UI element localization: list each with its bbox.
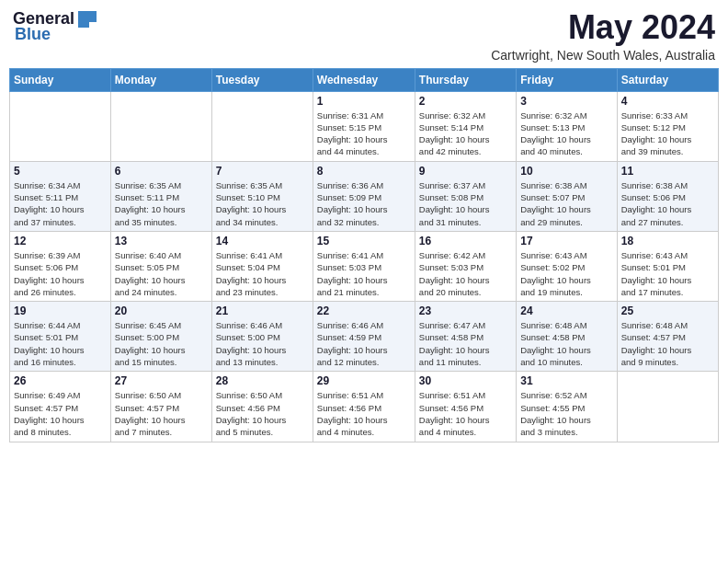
calendar-day-5: 5Sunrise: 6:34 AM Sunset: 5:11 PM Daylig… — [10, 161, 111, 231]
day-info: Sunrise: 6:41 AM Sunset: 5:03 PM Dayligh… — [317, 249, 411, 298]
calendar-day-17: 17Sunrise: 6:43 AM Sunset: 5:02 PM Dayli… — [517, 231, 617, 301]
calendar-day-23: 23Sunrise: 6:47 AM Sunset: 4:58 PM Dayli… — [415, 302, 516, 372]
day-info: Sunrise: 6:51 AM Sunset: 4:56 PM Dayligh… — [317, 389, 411, 438]
day-info: Sunrise: 6:32 AM Sunset: 5:14 PM Dayligh… — [419, 109, 512, 158]
day-number: 29 — [317, 374, 411, 387]
day-number: 12 — [14, 235, 107, 247]
day-info: Sunrise: 6:44 AM Sunset: 5:01 PM Dayligh… — [14, 319, 107, 368]
day-info: Sunrise: 6:48 AM Sunset: 4:57 PM Dayligh… — [621, 319, 714, 368]
day-info: Sunrise: 6:50 AM Sunset: 4:57 PM Dayligh… — [115, 389, 208, 438]
day-number: 15 — [317, 235, 411, 247]
day-info: Sunrise: 6:45 AM Sunset: 5:00 PM Dayligh… — [115, 319, 208, 368]
calendar-day-4: 4Sunrise: 6:33 AM Sunset: 5:12 PM Daylig… — [617, 91, 718, 161]
day-number: 1 — [317, 95, 411, 108]
calendar-day-27: 27Sunrise: 6:50 AM Sunset: 4:57 PM Dayli… — [110, 372, 211, 442]
calendar-day-10: 10Sunrise: 6:38 AM Sunset: 5:07 PM Dayli… — [517, 161, 617, 231]
days-header-row: SundayMondayTuesdayWednesdayThursdayFrid… — [10, 68, 719, 91]
calendar-day-20: 20Sunrise: 6:45 AM Sunset: 5:00 PM Dayli… — [110, 302, 211, 372]
day-number: 17 — [520, 235, 612, 247]
day-number: 31 — [520, 374, 612, 387]
location-text: Cartwright, New South Wales, Australia — [491, 48, 715, 63]
calendar-day-16: 16Sunrise: 6:42 AM Sunset: 5:03 PM Dayli… — [415, 231, 516, 301]
title-area: May 2024 Cartwright, New South Wales, Au… — [491, 9, 715, 63]
day-number: 27 — [115, 374, 208, 387]
calendar-day-14: 14Sunrise: 6:41 AM Sunset: 5:04 PM Dayli… — [211, 231, 313, 301]
svg-marker-1 — [78, 22, 89, 28]
calendar-day-6: 6Sunrise: 6:35 AM Sunset: 5:11 PM Daylig… — [110, 161, 211, 231]
calendar-day-12: 12Sunrise: 6:39 AM Sunset: 5:06 PM Dayli… — [10, 231, 111, 301]
calendar-day-24: 24Sunrise: 6:48 AM Sunset: 4:58 PM Dayli… — [517, 302, 617, 372]
calendar-day-2: 2Sunrise: 6:32 AM Sunset: 5:14 PM Daylig… — [415, 91, 516, 161]
day-number: 13 — [115, 235, 208, 247]
day-info: Sunrise: 6:34 AM Sunset: 5:11 PM Dayligh… — [14, 179, 107, 228]
calendar-day-3: 3Sunrise: 6:32 AM Sunset: 5:13 PM Daylig… — [517, 91, 617, 161]
day-number: 2 — [419, 95, 512, 108]
calendar-empty-cell — [110, 91, 211, 161]
day-number: 30 — [419, 374, 512, 387]
day-info: Sunrise: 6:35 AM Sunset: 5:11 PM Dayligh… — [115, 179, 208, 228]
day-number: 6 — [115, 165, 208, 178]
svg-marker-0 — [78, 11, 97, 22]
calendar-empty-cell — [10, 91, 111, 161]
day-info: Sunrise: 6:43 AM Sunset: 5:02 PM Dayligh… — [520, 249, 612, 298]
day-info: Sunrise: 6:31 AM Sunset: 5:15 PM Dayligh… — [317, 109, 411, 158]
day-header-friday: Friday — [517, 68, 617, 91]
calendar-day-9: 9Sunrise: 6:37 AM Sunset: 5:08 PM Daylig… — [415, 161, 516, 231]
logo-blue-text: Blue — [13, 25, 51, 44]
calendar-day-26: 26Sunrise: 6:49 AM Sunset: 4:57 PM Dayli… — [10, 372, 111, 442]
day-info: Sunrise: 6:52 AM Sunset: 4:55 PM Dayligh… — [520, 389, 612, 438]
logo-flag-icon — [76, 11, 97, 28]
calendar-day-18: 18Sunrise: 6:43 AM Sunset: 5:01 PM Dayli… — [617, 231, 718, 301]
calendar-day-1: 1Sunrise: 6:31 AM Sunset: 5:15 PM Daylig… — [313, 91, 415, 161]
day-number: 5 — [14, 165, 107, 178]
day-header-sunday: Sunday — [10, 68, 111, 91]
day-number: 24 — [520, 304, 612, 317]
day-number: 25 — [621, 304, 714, 317]
day-number: 9 — [419, 165, 512, 178]
calendar-day-19: 19Sunrise: 6:44 AM Sunset: 5:01 PM Dayli… — [10, 302, 111, 372]
calendar-week-row: 12Sunrise: 6:39 AM Sunset: 5:06 PM Dayli… — [10, 231, 719, 301]
day-header-thursday: Thursday — [415, 68, 516, 91]
day-info: Sunrise: 6:33 AM Sunset: 5:12 PM Dayligh… — [621, 109, 714, 158]
day-info: Sunrise: 6:48 AM Sunset: 4:58 PM Dayligh… — [520, 319, 612, 368]
day-number: 11 — [621, 165, 714, 178]
calendar-day-11: 11Sunrise: 6:38 AM Sunset: 5:06 PM Dayli… — [617, 161, 718, 231]
calendar-week-row: 19Sunrise: 6:44 AM Sunset: 5:01 PM Dayli… — [10, 302, 719, 372]
day-info: Sunrise: 6:41 AM Sunset: 5:04 PM Dayligh… — [216, 249, 309, 298]
day-info: Sunrise: 6:46 AM Sunset: 4:59 PM Dayligh… — [317, 319, 411, 368]
calendar-week-row: 1Sunrise: 6:31 AM Sunset: 5:15 PM Daylig… — [10, 91, 719, 161]
day-number: 19 — [14, 304, 107, 317]
day-info: Sunrise: 6:43 AM Sunset: 5:01 PM Dayligh… — [621, 249, 714, 298]
calendar-week-row: 26Sunrise: 6:49 AM Sunset: 4:57 PM Dayli… — [10, 372, 719, 442]
day-number: 22 — [317, 304, 411, 317]
day-info: Sunrise: 6:51 AM Sunset: 4:56 PM Dayligh… — [419, 389, 512, 438]
day-info: Sunrise: 6:49 AM Sunset: 4:57 PM Dayligh… — [14, 389, 107, 438]
logo: General Blue — [13, 9, 97, 44]
day-info: Sunrise: 6:38 AM Sunset: 5:06 PM Dayligh… — [621, 179, 714, 228]
day-number: 18 — [621, 235, 714, 247]
calendar-week-row: 5Sunrise: 6:34 AM Sunset: 5:11 PM Daylig… — [10, 161, 719, 231]
calendar-empty-cell — [211, 91, 313, 161]
calendar-day-8: 8Sunrise: 6:36 AM Sunset: 5:09 PM Daylig… — [313, 161, 415, 231]
day-number: 8 — [317, 165, 411, 178]
day-number: 26 — [14, 374, 107, 387]
day-info: Sunrise: 6:46 AM Sunset: 5:00 PM Dayligh… — [216, 319, 309, 368]
day-info: Sunrise: 6:42 AM Sunset: 5:03 PM Dayligh… — [419, 249, 512, 298]
calendar-day-28: 28Sunrise: 6:50 AM Sunset: 4:56 PM Dayli… — [211, 372, 313, 442]
day-number: 28 — [216, 374, 309, 387]
day-number: 20 — [115, 304, 208, 317]
calendar-day-21: 21Sunrise: 6:46 AM Sunset: 5:00 PM Dayli… — [211, 302, 313, 372]
day-number: 7 — [216, 165, 309, 178]
day-number: 23 — [419, 304, 512, 317]
day-info: Sunrise: 6:39 AM Sunset: 5:06 PM Dayligh… — [14, 249, 107, 298]
day-info: Sunrise: 6:36 AM Sunset: 5:09 PM Dayligh… — [317, 179, 411, 228]
day-number: 21 — [216, 304, 309, 317]
calendar-day-29: 29Sunrise: 6:51 AM Sunset: 4:56 PM Dayli… — [313, 372, 415, 442]
calendar-day-30: 30Sunrise: 6:51 AM Sunset: 4:56 PM Dayli… — [415, 372, 516, 442]
day-info: Sunrise: 6:50 AM Sunset: 4:56 PM Dayligh… — [216, 389, 309, 438]
day-header-monday: Monday — [110, 68, 211, 91]
day-info: Sunrise: 6:38 AM Sunset: 5:07 PM Dayligh… — [520, 179, 612, 228]
calendar-day-15: 15Sunrise: 6:41 AM Sunset: 5:03 PM Dayli… — [313, 231, 415, 301]
day-info: Sunrise: 6:40 AM Sunset: 5:05 PM Dayligh… — [115, 249, 208, 298]
calendar-table: SundayMondayTuesdayWednesdayThursdayFrid… — [9, 68, 719, 442]
